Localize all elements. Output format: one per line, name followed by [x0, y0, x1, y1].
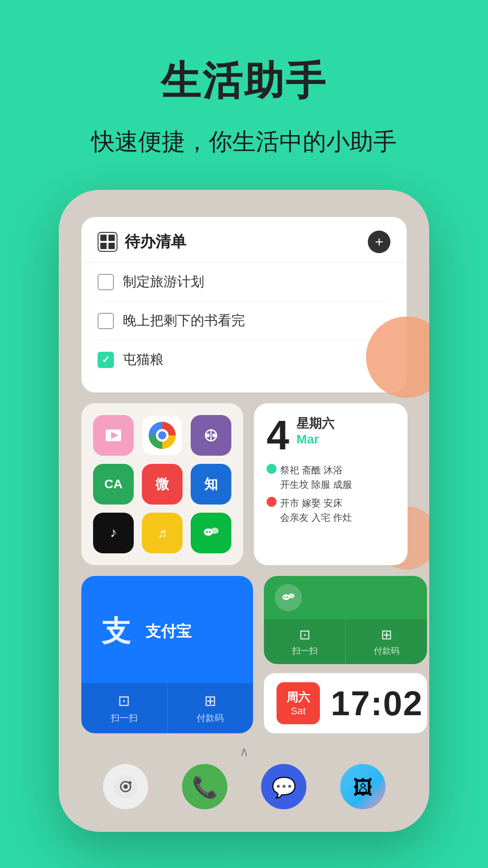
sub-title: 快速便捷，你生活中的小助手 [0, 126, 488, 158]
svg-text:♪: ♪ [110, 525, 117, 540]
alipay-widget[interactable]: 支 支付宝 ⊡ 扫一扫 ⊞ 付款码 [81, 576, 253, 733]
todo-text-2: 晚上把剩下的书看完 [123, 311, 245, 330]
calendar-auspicious-row: 祭祀 斋醮 沐浴开生坟 除服 成服 [267, 463, 395, 491]
right-column: ⊡ 扫一扫 ⊞ 付款码 周六 Sat 17:02 [264, 576, 427, 733]
clock-weekday-cn: 周六 [286, 689, 310, 705]
pay-icon: ⊞ [204, 692, 216, 709]
wechat-pay-button[interactable]: ⊞ 付款码 [346, 619, 427, 664]
todo-add-button[interactable]: + [368, 231, 390, 253]
todo-item-2[interactable]: 晚上把剩下的书看完 [98, 301, 390, 340]
svg-text:📞: 📞 [192, 775, 218, 800]
todo-text-1: 制定旅游计划 [123, 273, 204, 291]
app-icon-analytics[interactable] [191, 415, 231, 456]
todo-grid-icon [98, 232, 117, 252]
auspicious-dot [267, 464, 277, 474]
svg-point-6 [212, 434, 216, 437]
svg-point-18 [288, 594, 295, 599]
todo-header-left: 待办清单 [98, 231, 186, 252]
bottom-row: 支 支付宝 ⊡ 扫一扫 ⊞ 付款码 [81, 576, 407, 733]
alipay-scan-label: 扫一扫 [111, 712, 138, 724]
chevron-up-icon: ∧ [81, 744, 407, 759]
alipay-top: 支 支付宝 [81, 576, 253, 683]
app-icon-music[interactable]: ♬ [142, 513, 183, 553]
alipay-logo: 支 [96, 611, 136, 652]
svg-point-5 [206, 434, 210, 437]
todo-item-1[interactable]: 制定旅游计划 [98, 263, 390, 301]
clock-day-badge: 周六 Sat [277, 682, 320, 724]
alipay-buttons: ⊡ 扫一扫 ⊞ 付款码 [81, 683, 253, 733]
alipay-name: 支付宝 [145, 621, 192, 642]
svg-point-23 [123, 784, 128, 789]
calendar-header: 4 星期六 Mar [267, 415, 395, 456]
dock: 📞 💬 🖼 [59, 764, 429, 809]
wechat-widget[interactable]: ⊡ 扫一扫 ⊞ 付款码 [264, 576, 427, 664]
dock-gallery-icon[interactable]: 🖼 [340, 764, 385, 809]
app-icon-wechat[interactable] [191, 513, 231, 553]
svg-point-19 [284, 596, 286, 598]
wechat-pay-icon: ⊞ [381, 627, 392, 642]
svg-point-20 [286, 596, 288, 598]
wechat-scan-icon: ⊡ [299, 627, 310, 642]
wechat-scan-label: 扫一扫 [292, 645, 318, 657]
inauspicious-dot [267, 497, 277, 507]
wechat-pay-label: 付款码 [374, 645, 399, 657]
todo-checkbox-1[interactable] [98, 274, 114, 290]
auspicious-text: 祭祀 斋醮 沐浴开生坟 除服 成服 [280, 463, 352, 491]
wechat-logo [275, 584, 302, 611]
alipay-pay-label: 付款码 [197, 712, 224, 724]
wechat-scan-button[interactable]: ⊡ 扫一扫 [264, 619, 346, 664]
calendar-widget: 4 星期六 Mar 祭祀 斋醮 沐浴开生坟 除服 成服 开市 嫁娶 安床会亲友 … [254, 403, 408, 565]
svg-point-24 [129, 781, 131, 784]
svg-text:💬: 💬 [271, 776, 296, 799]
clock-time: 17:02 [331, 684, 423, 723]
dock-phone-icon[interactable]: 📞 [182, 764, 227, 809]
todo-title: 待办清单 [125, 231, 186, 252]
app-icon-weibo[interactable]: 微 [142, 464, 183, 505]
alipay-pay-button[interactable]: ⊞ 付款码 [168, 683, 253, 733]
calendar-date: 4 [267, 415, 289, 456]
dock-messages-icon[interactable]: 💬 [261, 764, 306, 809]
middle-row: CA 微 知 ♪ ♬ 4 星期六 Mar [81, 403, 407, 565]
app-grid-widget: CA 微 知 ♪ ♬ [81, 403, 243, 565]
calendar-weekday: 星期六 [296, 415, 334, 432]
app-icon-zhihu[interactable]: 知 [191, 464, 231, 505]
todo-text-3: 屯猫粮 [123, 350, 164, 369]
scan-icon: ⊡ [118, 692, 130, 709]
svg-text:🖼: 🖼 [353, 776, 373, 798]
app-icon-chrome[interactable] [142, 415, 183, 456]
calendar-month: Mar [296, 432, 334, 447]
calendar-auspicious: 祭祀 斋醮 沐浴开生坟 除服 成服 开市 嫁娶 安床会亲友 入宅 作灶 [267, 463, 395, 524]
todo-checkbox-3[interactable] [98, 352, 114, 368]
clock-weekday-en: Sat [291, 705, 305, 717]
inauspicious-text: 开市 嫁娶 安床会亲友 入宅 作灶 [280, 496, 352, 524]
svg-point-15 [206, 531, 208, 533]
app-icon-ca[interactable]: CA [93, 464, 134, 505]
phone-mockup: 待办清单 + 制定旅游计划 晚上把剩下的书看完 屯猫粮 [59, 190, 429, 832]
alipay-scan-button[interactable]: ⊡ 扫一扫 [81, 683, 168, 733]
calendar-inauspicious-row: 开市 嫁娶 安床会亲友 入宅 作灶 [267, 496, 395, 524]
clock-widget: 周六 Sat 17:02 [264, 673, 427, 733]
svg-text:♬: ♬ [158, 526, 167, 540]
dock-camera-icon[interactable] [103, 764, 148, 809]
todo-item-3[interactable]: 屯猫粮 [98, 340, 390, 379]
app-icon-tiktok[interactable]: ♪ [93, 513, 134, 553]
app-icon-media[interactable] [93, 415, 134, 456]
todo-widget: 待办清单 + 制定旅游计划 晚上把剩下的书看完 屯猫粮 [81, 217, 407, 392]
wechat-buttons: ⊡ 扫一扫 ⊞ 付款码 [264, 619, 427, 664]
calendar-day-info: 星期六 Mar [296, 415, 334, 447]
svg-point-16 [209, 531, 211, 533]
todo-checkbox-2[interactable] [98, 313, 114, 329]
header: 生活助手 快速便捷，你生活中的小助手 [0, 0, 488, 158]
main-title: 生活助手 [0, 54, 488, 108]
svg-point-14 [211, 528, 219, 534]
todo-header: 待办清单 + [98, 231, 390, 253]
wechat-top [264, 576, 427, 619]
